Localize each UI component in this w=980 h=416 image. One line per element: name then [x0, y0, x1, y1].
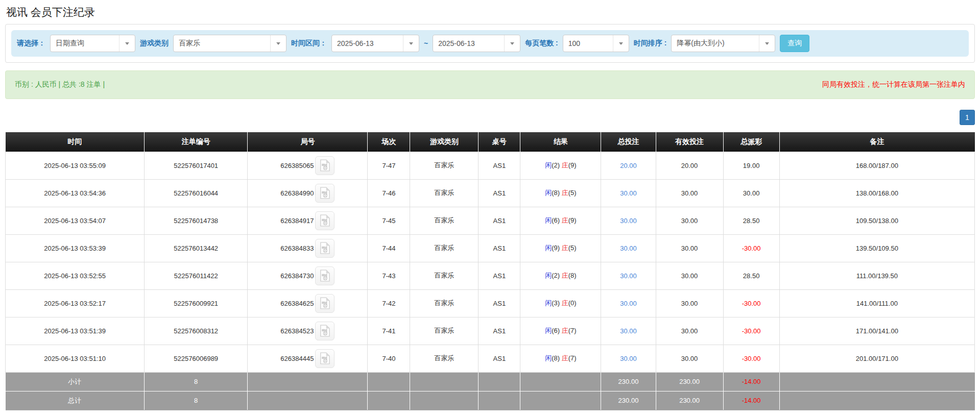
cell-remark: 201.00/171.00 — [779, 345, 974, 372]
bet-records-table: 时间注单编号局号场次游戏类别桌号结果总投注有效投注总派彩备注 2025-06-1… — [5, 132, 975, 410]
col-header-10: 总派彩 — [723, 132, 779, 152]
range-tilde: ~ — [424, 39, 428, 47]
cell-bet-id: 522576009921 — [145, 289, 248, 317]
total-row: 总计8230.00230.00-14.00 — [6, 391, 975, 410]
sort-order-select[interactable]: 降幂(由大到小) — [671, 35, 775, 52]
total-bet-link[interactable]: 30.00 — [620, 327, 637, 335]
footer-empty-cell — [520, 372, 601, 391]
per-page-value: 100 — [563, 39, 613, 47]
total-bet-link[interactable]: 30.00 — [620, 189, 637, 197]
cell-round: 626384523 — [248, 317, 368, 345]
total-bet-link[interactable]: 30.00 — [620, 355, 637, 362]
footer-total-bet: 230.00 — [601, 391, 656, 410]
col-header-1: 时间 — [6, 132, 145, 152]
footer-empty-cell — [410, 391, 479, 410]
table-row: 2025-06-13 03:51:10522576006989626384445… — [6, 345, 975, 372]
total-bet-link[interactable]: 30.00 — [620, 244, 637, 252]
cell-game: 百家乐 — [410, 152, 479, 179]
cell-round: 626385065 — [248, 152, 368, 179]
total-bet-link[interactable]: 30.00 — [620, 272, 637, 280]
result-player: 闲 — [545, 299, 552, 307]
result-player: 闲 — [545, 244, 552, 252]
round-id: 626384625 — [280, 300, 314, 307]
cell-session: 7-40 — [368, 345, 410, 372]
video-replay-button[interactable] — [315, 156, 334, 175]
date-to-select[interactable]: 2025-06-13 — [433, 35, 520, 52]
video-replay-button[interactable] — [315, 266, 334, 285]
table-row: 2025-06-13 03:54:07522576014738626384917… — [6, 207, 975, 234]
game-type-select[interactable]: 百家乐 — [173, 35, 286, 52]
cell-remark: 171.00/141.00 — [779, 317, 974, 345]
cell-table-no: AS1 — [479, 345, 520, 372]
round-id: 626384990 — [280, 189, 314, 197]
filter-bar: 请选择： 日期查询 游戏类别 百家乐 时间区间： 2025-06-13 ~ 20… — [11, 30, 969, 57]
cell-time: 2025-06-13 03:54:07 — [6, 207, 145, 234]
col-header-11: 备注 — [779, 132, 974, 152]
cell-game: 百家乐 — [410, 179, 479, 207]
col-header-7: 结果 — [520, 132, 601, 152]
cell-total-bet: 30.00 — [601, 345, 656, 372]
cell-payout: 28.50 — [723, 207, 779, 234]
video-replay-button[interactable] — [315, 322, 334, 340]
video-replay-button[interactable] — [315, 294, 334, 313]
cell-result: 闲(3) 庄(0) — [520, 289, 601, 317]
cell-table-no: AS1 — [479, 179, 520, 207]
table-row: 2025-06-13 03:51:39522576008312626384523… — [6, 317, 975, 345]
cell-table-no: AS1 — [479, 207, 520, 234]
result-player: 闲 — [545, 189, 552, 197]
date-to-value: 2025-06-13 — [433, 39, 504, 47]
result-banker: 庄 — [562, 189, 568, 197]
cell-session: 7-47 — [368, 152, 410, 179]
total-bet-link[interactable]: 30.00 — [620, 217, 637, 225]
cell-result: 闲(2) 庄(8) — [520, 262, 601, 289]
cell-payout: -30.00 — [723, 289, 779, 317]
table-row: 2025-06-13 03:52:55522576011422626384730… — [6, 262, 975, 289]
result-player: 闲 — [545, 327, 552, 334]
cell-round: 626384833 — [248, 234, 368, 262]
col-header-8: 总投注 — [601, 132, 656, 152]
cell-table-no: AS1 — [479, 317, 520, 345]
cell-session: 7-42 — [368, 289, 410, 317]
video-replay-button[interactable] — [315, 184, 334, 203]
table-header-row: 时间注单编号局号场次游戏类别桌号结果总投注有效投注总派彩备注 — [6, 132, 975, 152]
summary-bar: 币别 : 人民币 | 总共 :8 注单 | 同局有效投注，统一计算在该局第一张注… — [5, 70, 975, 99]
chevron-down-icon — [613, 35, 629, 52]
cell-total-bet: 30.00 — [601, 234, 656, 262]
video-replay-button[interactable] — [315, 349, 334, 368]
footer-empty-cell — [368, 391, 410, 410]
cell-total-bet: 20.00 — [601, 152, 656, 179]
cell-remark: 168.00/187.00 — [779, 152, 974, 179]
footer-empty-cell — [368, 372, 410, 391]
total-bet-link[interactable]: 20.00 — [620, 162, 637, 169]
date-from-select[interactable]: 2025-06-13 — [331, 35, 419, 52]
col-header-6: 桌号 — [479, 132, 520, 152]
round-id: 626384445 — [280, 355, 314, 362]
search-button[interactable]: 查询 — [780, 35, 809, 52]
page-button-1[interactable]: 1 — [960, 110, 975, 125]
pagination: 1 — [5, 110, 975, 125]
date-from-value: 2025-06-13 — [332, 39, 403, 47]
query-type-select[interactable]: 日期查询 — [50, 35, 135, 52]
cell-result: 闲(8) 庄(5) — [520, 179, 601, 207]
cell-game: 百家乐 — [410, 289, 479, 317]
video-replay-icon — [320, 187, 330, 199]
cell-time: 2025-06-13 03:52:17 — [6, 289, 145, 317]
cell-remark: 111.00/139.50 — [779, 262, 974, 289]
total-bet-link[interactable]: 30.00 — [620, 300, 637, 307]
sort-order-value: 降幂(由大到小) — [672, 39, 759, 48]
cell-result: 闲(6) 庄(9) — [520, 207, 601, 234]
footer-count: 8 — [145, 372, 248, 391]
table-row: 2025-06-13 03:52:17522576009921626384625… — [6, 289, 975, 317]
video-replay-button[interactable] — [315, 239, 334, 258]
footer-total-bet: 230.00 — [601, 372, 656, 391]
cell-session: 7-43 — [368, 262, 410, 289]
cell-total-bet: 30.00 — [601, 262, 656, 289]
video-replay-icon — [320, 270, 330, 282]
cell-session: 7-46 — [368, 179, 410, 207]
cell-time: 2025-06-13 03:54:36 — [6, 179, 145, 207]
cell-game: 百家乐 — [410, 234, 479, 262]
video-replay-button[interactable] — [315, 211, 334, 230]
cell-payout: 19.00 — [723, 152, 779, 179]
video-replay-icon — [320, 325, 330, 337]
per-page-select[interactable]: 100 — [563, 35, 629, 52]
